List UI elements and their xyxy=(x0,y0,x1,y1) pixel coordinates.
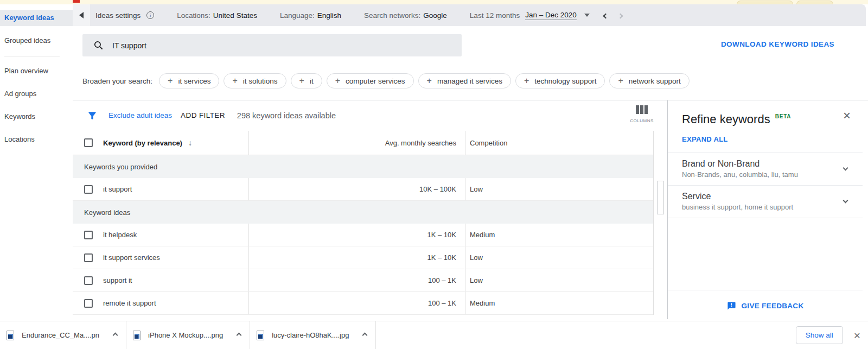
give-feedback-label: GIVE FEEDBACK xyxy=(742,302,804,310)
give-feedback-button[interactable]: GIVE FEEDBACK xyxy=(668,301,863,310)
plus-icon: + xyxy=(335,77,340,85)
refine-section-service[interactable]: Service business it support, home it sup… xyxy=(682,186,863,218)
locations-control[interactable]: Locations: United States xyxy=(177,11,257,20)
refine-section-title: Service xyxy=(682,192,841,201)
broaden-chip[interactable]: +network support xyxy=(609,73,689,88)
sort-descending-icon[interactable]: ↓ xyxy=(188,138,192,147)
download-item[interactable]: iPhone X Mockup....png xyxy=(126,321,250,349)
locations-value: United States xyxy=(213,11,257,20)
chevron-down-icon[interactable] xyxy=(843,166,848,171)
sidebar-item-plan-overview[interactable]: Plan overview xyxy=(0,63,73,79)
download-item[interactable]: lucy-claire-hO8haK....jpg xyxy=(250,321,376,349)
close-downloads-icon[interactable]: × xyxy=(854,329,860,341)
searches-cell: 100 – 1K xyxy=(248,269,465,291)
competition-cell: Medium xyxy=(465,224,654,246)
browser-tab-remnant xyxy=(796,1,833,4)
chevron-up-icon[interactable] xyxy=(362,333,368,338)
search-input[interactable] xyxy=(112,41,416,50)
row-checkbox[interactable] xyxy=(84,231,93,239)
sidebar-item-ad-groups[interactable]: Ad groups xyxy=(0,86,73,102)
row-checkbox[interactable] xyxy=(84,276,93,285)
row-checkbox[interactable] xyxy=(84,299,93,308)
feedback-icon xyxy=(727,301,736,310)
download-keyword-ideas-link[interactable]: DOWNLOAD KEYWORD IDEAS xyxy=(721,40,834,48)
chevron-up-icon[interactable] xyxy=(237,333,242,338)
plus-icon: + xyxy=(427,77,432,85)
keyword-count-text: 298 keyword ideas available xyxy=(237,111,336,120)
next-period-button[interactable] xyxy=(618,11,622,20)
chip-label: technology support xyxy=(534,77,596,85)
plus-icon: + xyxy=(618,77,623,85)
sidebar-item-keyword-ideas[interactable]: Keyword ideas xyxy=(0,10,73,26)
search-networks-control[interactable]: Search networks: Google xyxy=(364,11,447,20)
ideas-settings-control[interactable]: Ideas settings i xyxy=(95,11,154,20)
broaden-chip[interactable]: +computer services xyxy=(327,73,414,88)
refine-section-brand[interactable]: Brand or Non-Brand Non-Brands, anu, colu… xyxy=(682,153,863,185)
sidebar-item-locations[interactable]: Locations xyxy=(0,131,73,148)
table-row[interactable]: remote it support 100 – 1K Medium xyxy=(73,292,653,315)
table-scrollbar-thumb[interactable] xyxy=(657,181,664,214)
chip-label: network support xyxy=(629,77,681,85)
sidebar-item-grouped-ideas[interactable]: Grouped ideas xyxy=(0,33,73,49)
language-label: Language: xyxy=(280,11,315,20)
expand-all-link[interactable]: EXPAND ALL xyxy=(682,135,863,143)
refine-section-subtitle: Non-Brands, anu, columbia, liu, tamu xyxy=(682,170,841,179)
chevron-right-icon xyxy=(617,13,623,18)
chevron-left-icon xyxy=(603,13,608,18)
keyword-search-box[interactable] xyxy=(82,34,462,56)
keyword-cell: support it xyxy=(103,276,132,284)
plus-icon: + xyxy=(299,77,304,85)
add-filter-button[interactable]: ADD FILTER xyxy=(181,111,225,119)
columns-button-label: COLUMNS xyxy=(629,118,654,123)
broaden-chip[interactable]: +technology support xyxy=(515,73,605,88)
image-file-icon xyxy=(257,331,264,340)
searches-column-header[interactable]: Avg. monthly searches xyxy=(248,131,465,155)
broaden-chip[interactable]: +it services xyxy=(159,73,219,88)
download-filename: iPhone X Mockup....png xyxy=(148,331,223,339)
ideas-settings-label: Ideas settings xyxy=(95,11,141,20)
keyword-column-header[interactable]: Keyword (by relevance) xyxy=(103,139,182,147)
broaden-chip[interactable]: +managed it services xyxy=(418,73,511,88)
table-row[interactable]: it helpdesk 1K – 10K Medium xyxy=(73,224,653,246)
broaden-chip[interactable]: +it solutions xyxy=(224,73,286,88)
filter-bar: Exclude adult ideas ADD FILTER 298 keywo… xyxy=(73,100,336,130)
chip-label: it solutions xyxy=(243,77,278,85)
previous-period-button[interactable] xyxy=(604,11,608,20)
search-networks-value: Google xyxy=(423,11,447,20)
date-range-caret-icon[interactable] xyxy=(584,14,590,17)
chip-label: computer services xyxy=(346,77,405,85)
sidebar: Keyword ideas Grouped ideas Plan overvie… xyxy=(0,4,73,316)
close-icon[interactable]: × xyxy=(843,109,851,122)
language-control[interactable]: Language: English xyxy=(280,11,341,20)
competition-column-header[interactable]: Competition xyxy=(465,131,654,155)
broaden-chip[interactable]: +it xyxy=(291,73,322,88)
filter-funnel-icon[interactable] xyxy=(87,110,98,121)
table-row[interactable]: it support services 1K – 10K Low xyxy=(73,246,653,269)
exclude-adult-ideas-link[interactable]: Exclude adult ideas xyxy=(108,111,172,119)
searches-cell: 1K – 10K xyxy=(248,224,465,246)
back-button[interactable] xyxy=(73,4,90,26)
select-all-checkbox[interactable] xyxy=(84,138,93,147)
info-icon[interactable]: i xyxy=(146,11,154,19)
table-row[interactable]: it support 10K – 100K Low xyxy=(73,178,653,201)
keyword-cell: it support services xyxy=(103,253,160,262)
table-section-header: Keywords you provided xyxy=(73,155,653,178)
row-checkbox[interactable] xyxy=(84,185,93,194)
keyword-planner-screen: Keyword ideas Grouped ideas Plan overvie… xyxy=(0,0,868,349)
searches-cell: 10K – 100K xyxy=(248,178,465,200)
table-row[interactable]: support it 100 – 1K Low xyxy=(73,269,653,292)
chevron-down-icon[interactable] xyxy=(843,198,848,204)
searches-cell: 100 – 1K xyxy=(248,292,465,314)
settings-toolbar: Ideas settings i Locations: United State… xyxy=(73,4,866,26)
language-value: English xyxy=(317,11,341,20)
columns-button[interactable]: COLUMNS xyxy=(629,105,654,123)
row-checkbox[interactable] xyxy=(84,253,93,262)
show-all-button[interactable]: Show all xyxy=(796,326,843,344)
date-range-value[interactable]: Jan – Dec 2020 xyxy=(525,11,577,20)
chevron-up-icon[interactable] xyxy=(113,333,118,338)
red-indicator-remnant xyxy=(73,0,80,3)
download-item[interactable]: Endurance_CC_Ma....pn xyxy=(0,321,126,349)
sidebar-item-keywords[interactable]: Keywords xyxy=(0,109,73,125)
browser-top-strip xyxy=(0,0,868,4)
table-header-row: Keyword (by relevance) ↓ Avg. monthly se… xyxy=(73,131,653,155)
